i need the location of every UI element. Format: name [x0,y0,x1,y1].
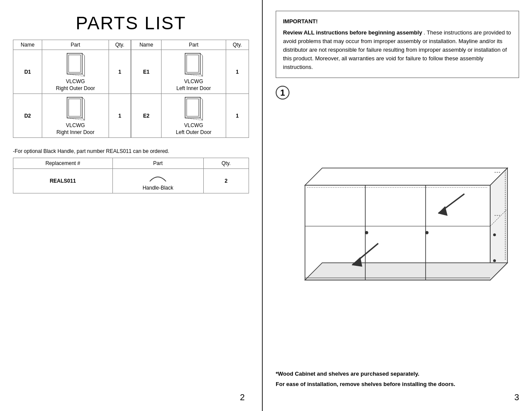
door-icon-e1 [182,52,205,78]
part-code-e1: VLCWG [164,78,223,85]
page-num-left: 2 [13,392,249,402]
col-name-right: Name [131,40,162,50]
door-icon-d1 [64,52,87,78]
svg-rect-1 [68,55,81,72]
part-cell-d2: VLCWG Right Inner Door [42,94,109,138]
svg-point-32 [426,231,428,234]
part-code-d1: VLCWG [45,78,106,85]
cabinet-illustration [276,104,519,365]
important-text: Review ALL instructions before beginning… [283,28,512,72]
col-part-left: Part [42,40,109,50]
cabinet-svg [283,151,512,319]
qty-d2: 1 [109,94,131,138]
parts-table-left: Name Part Qty. D1 [13,40,131,138]
important-title: IMPORTANT! [283,17,512,26]
note-wood-cabinet: *Wood Cabinet and shelves are purchased … [276,370,519,378]
qty-e1: 1 [226,50,249,94]
right-panel: IMPORTANT! Review ALL instructions befor… [263,0,532,411]
table-row: REALS011 Handle-Black 2 [13,169,249,193]
table-row: D2 VLCWG Right Inner Door 1 [13,94,131,138]
part-code-d2: VLCWG [45,122,106,129]
svg-line-2 [82,53,84,56]
svg-rect-19 [187,99,199,117]
part-id-e1: E1 [131,50,162,94]
svg-rect-7 [68,99,81,117]
col-replacement: Replacement # [13,158,113,169]
part-cell-e1: VLCWG Left Inner Door [162,50,226,94]
part-name-d1: Right Outer Door [45,85,106,92]
table-row: E2 VLCWG Left Outer Door 1 [131,94,249,138]
important-box: IMPORTANT! Review ALL instructions befor… [276,11,519,78]
qty-d1: 1 [109,50,131,94]
svg-line-5 [67,74,84,77]
step-area: 1 [276,86,519,365]
handle-name: Handle-Black [119,185,197,191]
step-number: 1 [276,86,289,100]
col-qty-left: Qty. [109,40,131,50]
part-code-e2: VLCWG [164,122,223,129]
part-name-e2: Left Outer Door [164,129,223,136]
door-icon-e2 [182,96,205,121]
part-id-e2: E2 [131,94,162,138]
svg-line-23 [185,118,203,121]
svg-line-14 [200,53,203,56]
svg-line-17 [185,74,203,77]
col-name-left: Name [13,40,42,50]
col-part-replacement: Part [112,158,203,169]
part-id-d1: D1 [13,50,42,94]
svg-line-8 [82,97,84,100]
table-row: D1 VLCWG Right Outer Door [13,50,131,94]
svg-marker-27 [305,263,507,280]
door-icon-d2 [64,96,87,121]
part-id-d2: D2 [13,94,42,138]
svg-rect-13 [187,55,199,72]
page-num-right: 3 [276,392,519,402]
col-qty-replacement: Qty. [203,158,249,169]
svg-point-42 [493,234,495,236]
reals-id: REALS011 [13,169,113,193]
left-panel: PARTS LIST Name Part Qty. D1 [0,0,263,411]
qty-e2: 1 [226,94,249,138]
note-remove-shelves: For ease of installation, remove shelves… [276,380,519,389]
qty-reals: 2 [203,169,249,193]
svg-marker-24 [305,168,507,185]
table-row: E1 VLCWG Left Inner Door 1 [131,50,249,94]
svg-line-20 [200,97,203,100]
svg-line-11 [67,118,84,121]
handle-icon [146,171,170,184]
replacement-table: Replacement # Part Qty. REALS011 Handle-… [13,158,249,193]
part-cell-e2: VLCWG Left Outer Door [162,94,226,138]
bottom-notes: *Wood Cabinet and shelves are purchased … [276,370,519,390]
svg-point-31 [365,231,368,234]
optional-note: -For optional Black Handle, part number … [13,148,249,154]
svg-point-41 [493,259,495,262]
part-cell-d1: VLCWG Right Outer Door [42,50,109,94]
col-part-right: Part [162,40,226,50]
parts-tables: Name Part Qty. D1 [13,40,249,138]
part-name-d2: Right Inner Door [45,129,106,136]
part-name-e1: Left Inner Door [164,85,223,92]
parts-table-right: Name Part Qty. E1 [131,40,249,138]
parts-list-title: PARTS LIST [13,13,249,34]
col-qty-right: Qty. [226,40,249,50]
handle-cell: Handle-Black [112,169,203,193]
